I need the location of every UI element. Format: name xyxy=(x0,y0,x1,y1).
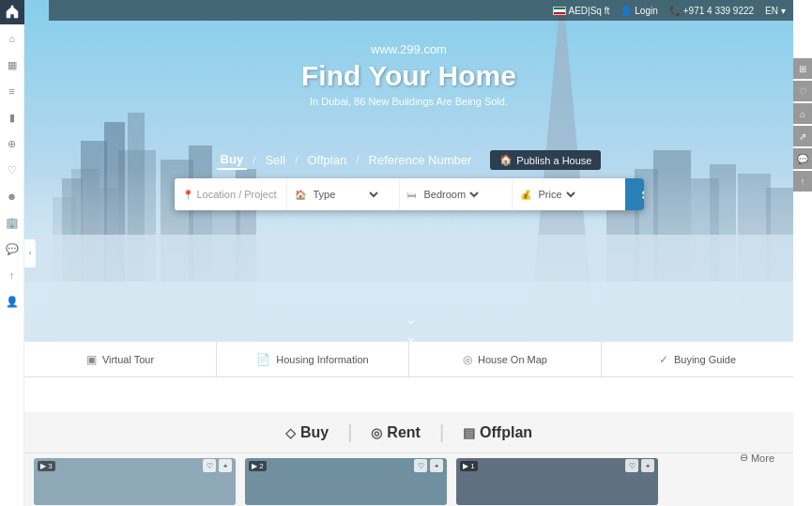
prop-card-3[interactable]: ▶ 1 ♡ + xyxy=(456,458,658,505)
housing-info-nav[interactable]: 📄 Housing Information xyxy=(217,342,409,376)
prop-card-1[interactable]: ▶ 3 ♡ + xyxy=(34,458,236,505)
tab-rent[interactable]: ◎ Rent xyxy=(371,424,421,441)
housing-info-label: Housing Information xyxy=(276,354,368,365)
more-label: More xyxy=(751,452,774,464)
map-pin-icon: ◎ xyxy=(463,353,472,366)
card-actions-3: ♡ + xyxy=(625,459,654,472)
sidebar: ⌂ ▦ ≡ ▮ ⊕ ♡ ☻ 🏢 💬 ↑ 👤 xyxy=(0,0,24,506)
video-icon: ▣ xyxy=(86,353,97,366)
hero-url: www.299.com xyxy=(24,42,793,56)
house-map-label: House On Map xyxy=(478,354,547,365)
nav-buy[interactable]: Buy xyxy=(217,150,248,170)
card-actions-1: ♡ + xyxy=(203,459,232,472)
price-field[interactable]: 💰 Price 500K1M2M xyxy=(513,178,625,210)
card-actions-2: ♡ + xyxy=(414,459,443,472)
grid-icon[interactable]: ▦ xyxy=(0,53,24,77)
location-field[interactable]: 📍 Location / Project xyxy=(175,178,287,210)
login-button[interactable]: 👤 Login xyxy=(620,6,657,16)
bedroom-field[interactable]: 🛏 Bedroom 1234+ xyxy=(400,178,513,210)
tag-icon: ◇ xyxy=(285,425,296,440)
left-panel-toggle[interactable]: › xyxy=(24,239,36,268)
type-select[interactable]: Type Apartment Villa Townhouse xyxy=(310,188,381,201)
hero-title: Find Your Home xyxy=(24,60,793,92)
logo[interactable] xyxy=(0,0,24,24)
publish-button[interactable]: 🏠 Publish a House xyxy=(490,150,601,170)
comment-icon[interactable]: 💬 xyxy=(793,148,812,169)
card-overlay-3: ▶ 1 ♡ + xyxy=(456,458,658,473)
card-plus-3[interactable]: + xyxy=(641,459,654,472)
card-heart-1[interactable]: ♡ xyxy=(203,459,216,472)
tab-separator-1: | xyxy=(347,422,352,443)
card-heart-3[interactable]: ♡ xyxy=(625,459,638,472)
offplan-icon: ▤ xyxy=(463,425,475,440)
nav-reference[interactable]: Reference Number xyxy=(365,151,476,169)
person-icon: 👤 xyxy=(620,6,632,16)
right-sidebar: ⊞ ♡ ⌂ ⇗ 💬 ↑ xyxy=(793,28,812,192)
circle-minus-icon: ⊖ xyxy=(740,452,748,464)
tab-buy-label: Buy xyxy=(300,424,329,441)
chevron-down-icon: ▾ xyxy=(781,6,786,16)
tab-offplan[interactable]: ▤ Offplan xyxy=(463,424,532,441)
chat-icon[interactable]: 💬 xyxy=(0,237,24,261)
user-icon[interactable]: 👤 xyxy=(0,289,24,314)
bed-icon: 🛏 xyxy=(407,190,417,200)
card-heart-2[interactable]: ♡ xyxy=(414,459,427,472)
phone-icon: 📞 xyxy=(669,6,681,16)
card-overlay-1: ▶ 3 ♡ + xyxy=(34,458,236,473)
home-icon[interactable]: ⌂ xyxy=(0,26,24,51)
location-icon: 📍 xyxy=(182,190,193,200)
prop-card-2[interactable]: ▶ 2 ♡ + xyxy=(245,458,447,505)
rent-icon: ◎ xyxy=(371,425,382,440)
scroll-indicator[interactable]: ⌄⌄ xyxy=(405,310,413,345)
house-map-nav[interactable]: ◎ House On Map xyxy=(409,342,602,376)
currency-label: AED|Sq ft xyxy=(569,6,610,16)
tab-buy[interactable]: ◇ Buy xyxy=(285,424,329,441)
bar-chart-icon[interactable]: ▮ xyxy=(0,105,24,130)
share-icon[interactable]: ⇗ xyxy=(793,126,812,146)
svg-point-0 xyxy=(10,6,13,8)
bedroom-select[interactable]: Bedroom 1234+ xyxy=(421,188,482,201)
property-section: ◇ Buy | ◎ Rent | ▤ Offplan ⊖ More ▶ 3 ♡ … xyxy=(24,412,793,506)
hero-nav: Buy / Sell / Offplan / Reference Number … xyxy=(24,150,793,170)
price-icon: 💰 xyxy=(520,190,531,200)
phone-number[interactable]: 📞 +971 4 339 9222 xyxy=(669,6,754,16)
hero-section: AED|Sq ft 👤 Login 📞 +971 4 339 9222 EN ▾… xyxy=(24,0,793,357)
virtual-tour-nav[interactable]: ▣ Virtual Tour xyxy=(24,342,217,376)
card-plus-2[interactable]: + xyxy=(430,459,443,472)
building-icon[interactable]: 🏢 xyxy=(0,210,24,235)
topbar: AED|Sq ft 👤 Login 📞 +971 4 339 9222 EN ▾ xyxy=(49,0,793,21)
up-arrow-icon[interactable]: ↑ xyxy=(0,263,24,287)
video-badge-3: ▶ 1 xyxy=(460,461,478,471)
bottom-nav: ▣ Virtual Tour 📄 Housing Information ◎ H… xyxy=(24,342,793,377)
heart-icon[interactable]: ♡ xyxy=(0,158,24,182)
doc-icon: 📄 xyxy=(256,353,270,366)
up-arrow-icon[interactable]: ↑ xyxy=(793,171,812,192)
publish-label: Publish a House xyxy=(516,155,591,166)
type-icon: 🏠 xyxy=(295,190,306,200)
search-bar: 📍 Location / Project 🏠 Type Apartment Vi… xyxy=(175,178,644,210)
property-tabs: ◇ Buy | ◎ Rent | ▤ Offplan xyxy=(24,412,793,453)
login-label: Login xyxy=(635,6,657,16)
heart2-icon[interactable]: ♡ xyxy=(793,81,812,101)
card-plus-1[interactable]: + xyxy=(219,459,232,472)
pin-icon[interactable]: ⊕ xyxy=(0,131,24,156)
list-icon[interactable]: ≡ xyxy=(0,79,24,103)
type-field[interactable]: 🏠 Type Apartment Villa Townhouse xyxy=(287,178,400,210)
price-select[interactable]: Price 500K1M2M xyxy=(535,188,578,201)
house2-icon[interactable]: ⌂ xyxy=(793,103,812,124)
buying-guide-nav[interactable]: ✓ Buying Guide xyxy=(602,342,793,376)
currency-selector[interactable]: AED|Sq ft xyxy=(553,6,610,16)
language-selector[interactable]: EN ▾ xyxy=(765,6,786,16)
phone-text: +971 4 339 9222 xyxy=(683,6,754,16)
hero-subtitle: In Dubai, 86 New Buildings Are Being Sol… xyxy=(24,96,793,107)
buying-guide-label: Buying Guide xyxy=(674,354,736,365)
more-button[interactable]: ⊖ More xyxy=(740,452,774,464)
flag-icon xyxy=(553,7,566,15)
nav-sell[interactable]: Sell xyxy=(261,151,289,169)
hero-text-block: www.299.com Find Your Home In Dubai, 86 … xyxy=(24,42,793,107)
tab-rent-label: Rent xyxy=(387,424,421,441)
expand-icon[interactable]: ⊞ xyxy=(793,58,812,79)
nav-offplan[interactable]: Offplan xyxy=(303,151,350,169)
person-icon[interactable]: ☻ xyxy=(0,184,24,208)
search-button[interactable]: Search xyxy=(625,178,644,210)
